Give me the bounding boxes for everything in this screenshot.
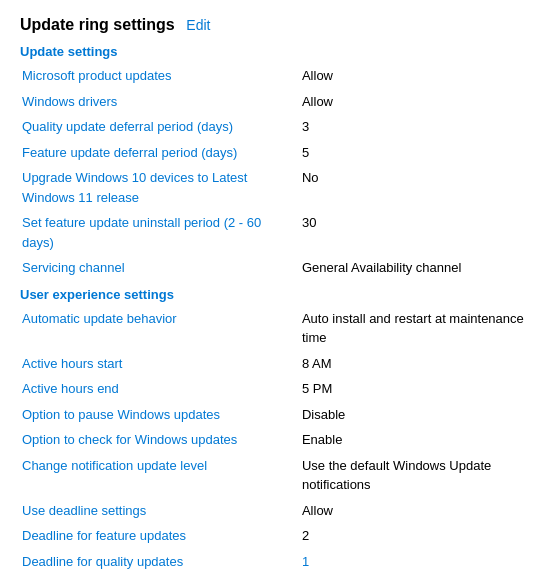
table-row: Quality update deferral period (days)3 <box>20 114 529 140</box>
setting-label: Active hours start <box>20 351 300 377</box>
setting-label: Deadline for quality updates <box>20 549 300 575</box>
setting-value: 2 <box>300 523 529 549</box>
setting-value: 8 AM <box>300 351 529 377</box>
table-row: Set feature update uninstall period (2 -… <box>20 210 529 255</box>
table-row: Deadline for feature updates2 <box>20 523 529 549</box>
table-row: Option to check for Windows updatesEnabl… <box>20 427 529 453</box>
table-row: Microsoft product updatesAllow <box>20 63 529 89</box>
table-row: Automatic update behaviorAuto install an… <box>20 306 529 351</box>
setting-label: Quality update deferral period (days) <box>20 114 300 140</box>
setting-label: Feature update deferral period (days) <box>20 140 300 166</box>
title-text: Update ring settings <box>20 16 175 33</box>
edit-link[interactable]: Edit <box>186 17 210 33</box>
table-row: Change notification update levelUse the … <box>20 453 529 498</box>
settings-table-0: Microsoft product updatesAllowWindows dr… <box>20 63 529 281</box>
setting-label: Option to check for Windows updates <box>20 427 300 453</box>
table-row: Deadline for quality updates1 <box>20 549 529 575</box>
table-row: Upgrade Windows 10 devices to Latest Win… <box>20 165 529 210</box>
setting-value: 5 PM <box>300 376 529 402</box>
setting-label: Automatic update behavior <box>20 306 300 351</box>
setting-value: No <box>300 165 529 210</box>
setting-label: Microsoft product updates <box>20 63 300 89</box>
setting-value: Enable <box>300 427 529 453</box>
setting-label: Windows drivers <box>20 89 300 115</box>
setting-label: Deadline for feature updates <box>20 523 300 549</box>
setting-value: 30 <box>300 210 529 255</box>
setting-label: Option to pause Windows updates <box>20 402 300 428</box>
section-header-0: Update settings <box>20 44 529 59</box>
setting-value: 5 <box>300 140 529 166</box>
setting-value: Disable <box>300 402 529 428</box>
setting-label: Servicing channel <box>20 255 300 281</box>
table-row: Active hours end5 PM <box>20 376 529 402</box>
setting-value: Auto install and restart at maintenance … <box>300 306 529 351</box>
setting-label: Active hours end <box>20 376 300 402</box>
setting-value: General Availability channel <box>300 255 529 281</box>
settings-table-1: Automatic update behaviorAuto install an… <box>20 306 529 575</box>
setting-value: 3 <box>300 114 529 140</box>
setting-label: Use deadline settings <box>20 498 300 524</box>
setting-label: Upgrade Windows 10 devices to Latest Win… <box>20 165 300 210</box>
setting-value: Allow <box>300 63 529 89</box>
section-header-1: User experience settings <box>20 287 529 302</box>
setting-value: Allow <box>300 89 529 115</box>
table-row: Active hours start8 AM <box>20 351 529 377</box>
setting-label: Change notification update level <box>20 453 300 498</box>
table-row: Feature update deferral period (days)5 <box>20 140 529 166</box>
table-row: Windows driversAllow <box>20 89 529 115</box>
table-row: Option to pause Windows updatesDisable <box>20 402 529 428</box>
setting-label: Set feature update uninstall period (2 -… <box>20 210 300 255</box>
page-title: Update ring settings Edit <box>20 16 529 34</box>
table-row: Servicing channelGeneral Availability ch… <box>20 255 529 281</box>
setting-value: Allow <box>300 498 529 524</box>
setting-value: Use the default Windows Update notificat… <box>300 453 529 498</box>
setting-value: 1 <box>300 549 529 575</box>
table-row: Use deadline settingsAllow <box>20 498 529 524</box>
